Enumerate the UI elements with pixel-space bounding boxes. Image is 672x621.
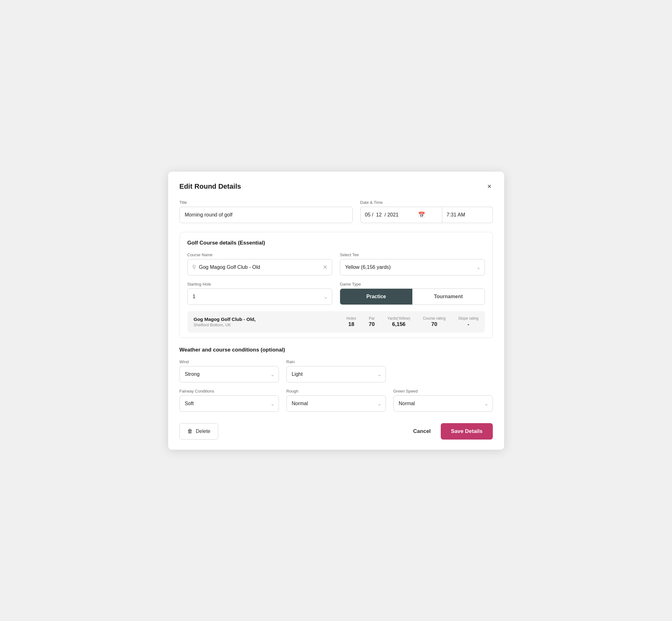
rain-label: Rain (287, 360, 386, 364)
select-tee-dropdown[interactable]: Yellow (6,156 yards) White Red Blue (340, 259, 485, 276)
time-value: 7:31 AM (447, 212, 465, 218)
course-rating-label: Course rating (423, 316, 446, 321)
clear-icon[interactable]: ✕ (323, 264, 328, 271)
footer-row: 🗑 Delete Cancel Save Details (179, 418, 493, 440)
fairway-dropdown[interactable]: Soft Normal Hard Wet (179, 396, 279, 412)
par-value: 70 (369, 321, 375, 328)
par-label: Par (369, 316, 375, 321)
wind-group: Wind Calm Light Moderate Strong ⌄ (179, 360, 279, 382)
footer-right: Cancel Save Details (411, 423, 493, 440)
modal-header: Edit Round Details × (179, 182, 493, 191)
title-field-group: Title (179, 200, 353, 223)
fairway-group: Fairway Conditions Soft Normal Hard Wet … (179, 389, 279, 412)
rough-label: Rough (287, 389, 386, 394)
stat-course-rating: Course rating 70 (423, 316, 446, 328)
fairway-label: Fairway Conditions (179, 389, 279, 394)
green-speed-select-wrapper[interactable]: Slow Normal Fast Very Fast ⌄ (393, 396, 493, 412)
course-info-name: Gog Magog Golf Club - Old, Shelford Bott… (194, 317, 347, 327)
game-type-toggle: Practice Tournament (340, 288, 485, 305)
delete-label: Delete (196, 428, 210, 434)
course-name-label: Course Name (187, 252, 333, 257)
yards-value: 6,156 (392, 321, 406, 328)
wind-rain-row: Wind Calm Light Moderate Strong ⌄ Rain N… (179, 360, 493, 382)
starting-hole-dropdown[interactable]: 1234 5678 910 (187, 288, 333, 305)
holes-label: Holes (346, 316, 356, 321)
weather-section: Weather and course conditions (optional)… (179, 347, 493, 412)
green-speed-label: Green Speed (393, 389, 493, 394)
course-name-search-wrapper[interactable]: ⚲ ✕ (187, 259, 333, 276)
select-tee-group: Select Tee Yellow (6,156 yards) White Re… (340, 252, 485, 276)
modal-title: Edit Round Details (179, 182, 241, 191)
stat-holes: Holes 18 (346, 316, 356, 328)
edit-round-modal: Edit Round Details × Title Date & Time 📅… (168, 172, 504, 450)
slope-rating-value: - (468, 321, 469, 328)
weather-section-title: Weather and course conditions (optional) (179, 347, 493, 353)
date-time-inputs: 📅 7:31 AM (360, 207, 493, 223)
date-time-group: Date & Time 📅 7:31 AM (360, 200, 493, 223)
date-time-label: Date & Time (360, 200, 493, 205)
yards-label: Yards(Yellow) (387, 316, 411, 321)
wind-dropdown[interactable]: Calm Light Moderate Strong (179, 366, 279, 382)
course-name-input[interactable] (199, 264, 320, 270)
course-info-row: Gog Magog Golf Club - Old, Shelford Bott… (187, 311, 485, 333)
course-rating-value: 70 (431, 321, 437, 328)
starting-hole-group: Starting Hole 1234 5678 910 ⌄ (187, 282, 333, 305)
wind-label: Wind (179, 360, 279, 364)
wind-select-wrapper[interactable]: Calm Light Moderate Strong ⌄ (179, 366, 279, 382)
rain-dropdown[interactable]: None Light Moderate Heavy (287, 366, 386, 382)
calendar-icon: 📅 (418, 211, 425, 218)
search-icon: ⚲ (192, 264, 196, 271)
game-type-label: Game Type (340, 282, 485, 287)
select-tee-wrapper[interactable]: Yellow (6,156 yards) White Red Blue ⌄ (340, 259, 485, 276)
top-row: Title Date & Time 📅 7:31 AM (179, 200, 493, 223)
title-input[interactable] (179, 207, 353, 223)
green-speed-dropdown[interactable]: Slow Normal Fast Very Fast (393, 396, 493, 412)
game-type-group: Game Type Practice Tournament (340, 282, 485, 305)
slope-rating-label: Slope rating (458, 316, 478, 321)
golf-course-section: Golf Course details (Essential) Course N… (179, 232, 493, 338)
close-button[interactable]: × (486, 182, 493, 191)
course-info-location: Shelford Bottom, UK (194, 323, 347, 327)
save-button[interactable]: Save Details (441, 423, 493, 440)
date-input-wrapper: 📅 (360, 207, 442, 223)
rough-select-wrapper[interactable]: Short Normal Long Very Long ⌄ (287, 396, 386, 412)
date-input[interactable] (365, 212, 416, 218)
green-speed-group: Green Speed Slow Normal Fast Very Fast ⌄ (393, 389, 493, 412)
tournament-button[interactable]: Tournament (412, 289, 485, 304)
time-input-wrapper[interactable]: 7:31 AM (442, 207, 493, 223)
starting-hole-label: Starting Hole (187, 282, 333, 287)
rain-group: Rain None Light Moderate Heavy ⌄ (287, 360, 386, 382)
course-info-name-text: Gog Magog Golf Club - Old, (194, 317, 347, 322)
delete-button[interactable]: 🗑 Delete (179, 423, 218, 440)
stat-par: Par 70 (369, 316, 375, 328)
holes-value: 18 (348, 321, 354, 328)
starting-hole-wrapper[interactable]: 1234 5678 910 ⌄ (187, 288, 333, 305)
practice-button[interactable]: Practice (340, 289, 412, 304)
fairway-rough-green-row: Fairway Conditions Soft Normal Hard Wet … (179, 389, 493, 412)
cancel-button[interactable]: Cancel (411, 428, 433, 434)
rough-group: Rough Short Normal Long Very Long ⌄ (287, 389, 386, 412)
rough-dropdown[interactable]: Short Normal Long Very Long (287, 396, 386, 412)
select-tee-label: Select Tee (340, 252, 485, 257)
stat-yards: Yards(Yellow) 6,156 (387, 316, 411, 328)
course-stats: Holes 18 Par 70 Yards(Yellow) 6,156 Cour… (346, 316, 478, 328)
golf-course-section-title: Golf Course details (Essential) (187, 240, 485, 246)
fairway-select-wrapper[interactable]: Soft Normal Hard Wet ⌄ (179, 396, 279, 412)
title-label: Title (179, 200, 353, 205)
course-tee-row: Course Name ⚲ ✕ Select Tee Yellow (6,156… (187, 252, 485, 276)
stat-slope-rating: Slope rating - (458, 316, 478, 328)
rain-select-wrapper[interactable]: None Light Moderate Heavy ⌄ (287, 366, 386, 382)
trash-icon: 🗑 (187, 428, 193, 434)
hole-gametype-row: Starting Hole 1234 5678 910 ⌄ Game Type … (187, 282, 485, 305)
course-name-group: Course Name ⚲ ✕ (187, 252, 333, 276)
